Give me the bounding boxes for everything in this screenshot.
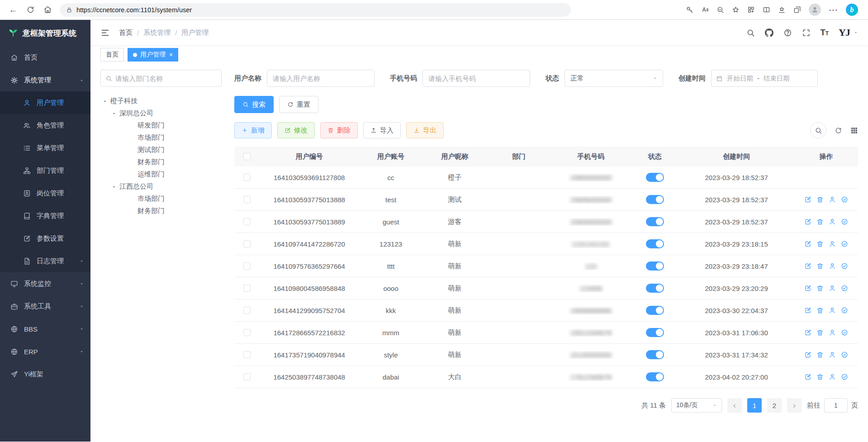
- sidebar-item[interactable]: Yi框架: [0, 363, 90, 385]
- row-edit-button[interactable]: [804, 218, 811, 225]
- status-toggle[interactable]: [646, 173, 664, 182]
- status-toggle[interactable]: [646, 350, 664, 359]
- header-search-icon[interactable]: [746, 29, 755, 37]
- sidebar-item[interactable]: 日志管理: [0, 250, 90, 272]
- table-search-icon[interactable]: [810, 122, 826, 138]
- row-edit-button[interactable]: [804, 285, 811, 292]
- collections-icon[interactable]: [793, 6, 801, 14]
- help-icon[interactable]: [783, 29, 792, 37]
- row-check-button[interactable]: [841, 240, 848, 247]
- tree-node[interactable]: 财务部门: [100, 156, 222, 168]
- row-user-button[interactable]: [829, 307, 836, 314]
- tree-node[interactable]: 橙子科技: [100, 95, 222, 107]
- row-delete-button[interactable]: [816, 218, 824, 225]
- row-edit-button[interactable]: [804, 373, 811, 380]
- row-delete-button[interactable]: [816, 285, 824, 292]
- row-delete-button[interactable]: [816, 329, 824, 336]
- row-check-button[interactable]: [841, 351, 848, 358]
- row-user-button[interactable]: [829, 329, 836, 336]
- copilot-icon[interactable]: b: [846, 4, 858, 16]
- row-checkbox[interactable]: [243, 262, 251, 270]
- row-checkbox[interactable]: [243, 196, 251, 203]
- page-size-select[interactable]: 10条/页: [671, 398, 722, 413]
- row-checkbox[interactable]: [243, 373, 251, 380]
- sidebar-item[interactable]: 部门管理: [0, 159, 90, 182]
- breadcrumb-item[interactable]: 系统管理: [143, 29, 171, 37]
- row-check-button[interactable]: [841, 196, 848, 203]
- delete-button[interactable]: 删除: [320, 122, 358, 138]
- row-delete-button[interactable]: [816, 240, 824, 247]
- status-toggle[interactable]: [646, 261, 664, 271]
- favorites-icon[interactable]: [732, 6, 740, 14]
- status-toggle[interactable]: [646, 328, 664, 337]
- table-columns-icon[interactable]: [850, 127, 858, 134]
- favorites-bar-icon[interactable]: [778, 6, 786, 14]
- browser-back-button[interactable]: ←: [5, 2, 21, 18]
- row-edit-button[interactable]: [804, 329, 811, 336]
- page-button-1[interactable]: 1: [747, 398, 762, 413]
- row-delete-button[interactable]: [816, 307, 824, 314]
- row-user-button[interactable]: [829, 218, 836, 225]
- row-edit-button[interactable]: [804, 351, 811, 358]
- fullscreen-icon[interactable]: [802, 29, 811, 37]
- row-user-button[interactable]: [829, 240, 836, 247]
- row-user-button[interactable]: [829, 285, 836, 292]
- sidebar-item[interactable]: 菜单管理: [0, 137, 90, 159]
- username-input[interactable]: [267, 70, 375, 87]
- tree-node[interactable]: 测试部门: [100, 144, 222, 156]
- split-screen-icon[interactable]: [763, 6, 770, 14]
- row-edit-button[interactable]: [804, 240, 811, 247]
- tab-用户管理[interactable]: 用户管理×: [128, 48, 178, 62]
- row-delete-button[interactable]: [816, 373, 824, 380]
- tree-node[interactable]: 市场部门: [100, 193, 222, 205]
- prev-page-button[interactable]: ‹: [727, 398, 742, 413]
- tree-node[interactable]: 市场部门: [100, 132, 222, 144]
- table-refresh-icon[interactable]: [835, 127, 842, 134]
- github-icon[interactable]: [765, 29, 773, 37]
- row-edit-button[interactable]: [804, 307, 811, 314]
- select-all-checkbox[interactable]: [243, 153, 251, 160]
- row-checkbox[interactable]: [243, 218, 251, 225]
- add-button[interactable]: 新增: [234, 122, 272, 138]
- row-checkbox[interactable]: [243, 351, 251, 358]
- sidebar-fold-button[interactable]: [100, 28, 110, 38]
- row-check-button[interactable]: [841, 285, 848, 292]
- tree-node[interactable]: 江西总公司: [100, 181, 222, 193]
- row-delete-button[interactable]: [816, 262, 824, 270]
- reset-button[interactable]: 重置: [279, 96, 318, 113]
- sidebar-item[interactable]: 系统工具: [0, 295, 90, 318]
- row-edit-button[interactable]: [804, 262, 811, 270]
- page-button-2[interactable]: 2: [767, 398, 782, 413]
- browser-profile-avatar[interactable]: [809, 4, 821, 16]
- status-select[interactable]: 正常: [564, 70, 663, 87]
- sidebar-item[interactable]: 系统监控: [0, 272, 90, 295]
- zoom-icon[interactable]: [716, 6, 724, 14]
- sidebar-item[interactable]: 首页: [0, 46, 90, 69]
- breadcrumb-item[interactable]: 用户管理: [181, 29, 209, 37]
- tab-close-icon[interactable]: ×: [169, 51, 173, 58]
- date-range-picker[interactable]: 开始日期 - 结束日期: [711, 70, 818, 87]
- sidebar-item[interactable]: ERP: [0, 340, 90, 363]
- tree-node[interactable]: 深圳总公司: [100, 107, 222, 119]
- browser-home-button[interactable]: [40, 2, 55, 18]
- status-toggle[interactable]: [646, 284, 664, 293]
- tree-node[interactable]: 研发部门: [100, 119, 222, 132]
- export-button[interactable]: 导出: [406, 122, 444, 138]
- goto-page-input[interactable]: [824, 398, 848, 413]
- row-user-button[interactable]: [829, 262, 836, 270]
- phone-input[interactable]: [422, 70, 530, 87]
- status-toggle[interactable]: [646, 239, 664, 248]
- search-button[interactable]: 搜索: [234, 96, 274, 113]
- row-check-button[interactable]: [841, 329, 848, 336]
- row-checkbox[interactable]: [243, 240, 251, 247]
- browser-more-icon[interactable]: ⋯: [829, 5, 838, 15]
- browser-refresh-button[interactable]: [23, 2, 38, 18]
- status-toggle[interactable]: [646, 217, 664, 226]
- user-caret-icon[interactable]: [854, 30, 858, 35]
- row-delete-button[interactable]: [816, 196, 824, 203]
- tree-node[interactable]: 运维部门: [100, 168, 222, 181]
- row-checkbox[interactable]: [243, 285, 251, 292]
- sidebar-item[interactable]: 参数设置: [0, 227, 90, 250]
- sidebar-item[interactable]: BBS: [0, 318, 90, 340]
- user-avatar[interactable]: YJ: [839, 27, 850, 38]
